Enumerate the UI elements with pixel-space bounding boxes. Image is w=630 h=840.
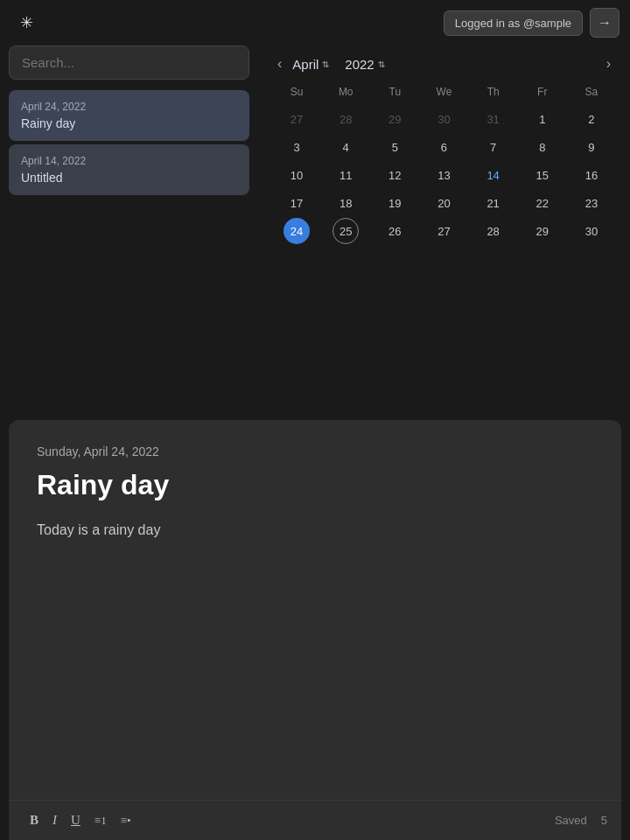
bold-button[interactable]: B xyxy=(23,809,46,831)
table-row[interactable]: 21 xyxy=(480,190,507,216)
table-row[interactable]: 29 xyxy=(529,218,556,244)
table-row[interactable]: 5 xyxy=(382,134,408,160)
entry-date: April 24, 2022 xyxy=(21,101,237,113)
day-header-sa: Sa xyxy=(567,82,616,105)
month-selector[interactable]: April ⇅ xyxy=(292,57,329,72)
table-row[interactable]: 7 xyxy=(480,134,507,160)
table-row[interactable]: 11 xyxy=(332,162,359,188)
ordered-list-button[interactable]: ≡1 xyxy=(88,810,114,831)
table-row[interactable]: 30 xyxy=(578,218,605,244)
month-label: April xyxy=(292,57,318,72)
table-row[interactable]: 25 xyxy=(332,218,359,244)
table-row[interactable]: 28 xyxy=(480,218,507,244)
year-chevron-icon: ⇅ xyxy=(378,60,385,69)
char-count: 5 xyxy=(601,814,607,827)
table-row[interactable]: 8 xyxy=(529,134,556,160)
header: ✳ Logged in as @sample → xyxy=(0,0,630,46)
day-header-tu: Tu xyxy=(370,82,419,105)
calendar-week-2: 3 4 5 6 7 8 9 xyxy=(272,133,616,161)
month-chevron-icon: ⇅ xyxy=(322,60,329,69)
editor-entry-date: Sunday, April 24, 2022 xyxy=(37,444,593,458)
table-row[interactable]: 4 xyxy=(332,134,359,160)
calendar-week-3: 10 11 12 13 14 15 16 xyxy=(272,161,616,189)
table-row[interactable]: 10 xyxy=(284,162,310,188)
table-row[interactable]: 20 xyxy=(430,190,457,216)
table-row[interactable]: 23 xyxy=(578,190,605,216)
day-header-fr: Fr xyxy=(518,82,567,105)
search-input[interactable] xyxy=(9,46,249,80)
table-row[interactable]: 18 xyxy=(332,190,359,216)
table-row[interactable]: 1 xyxy=(529,106,556,132)
editor-content: Sunday, April 24, 2022 Rainy day Today i… xyxy=(9,420,621,800)
table-row[interactable]: 2 xyxy=(578,106,605,132)
saved-label: Saved xyxy=(555,814,587,827)
table-row[interactable]: 22 xyxy=(529,190,556,216)
day-header-th: Th xyxy=(469,82,518,105)
list-item[interactable]: April 24, 2022 Rainy day xyxy=(9,90,249,141)
calendar-day-headers: Su Mo Tu We Th Fr Sa xyxy=(272,82,616,105)
entry-date: April 14, 2022 xyxy=(21,155,237,167)
logo-icon[interactable]: ✳ xyxy=(10,7,42,38)
year-selector[interactable]: 2022 ⇅ xyxy=(345,57,384,72)
editor-body[interactable]: Today is a rainy day xyxy=(37,519,593,542)
calendar-week-4: 17 18 19 20 21 22 23 xyxy=(272,189,616,217)
underline-button[interactable]: U xyxy=(64,809,88,831)
table-row[interactable]: 16 xyxy=(578,162,605,188)
table-row[interactable]: 29 xyxy=(382,106,408,132)
table-row[interactable]: 24 xyxy=(284,218,310,244)
calendar-grid: Su Mo Tu We Th Fr Sa 27 28 29 30 31 1 2 … xyxy=(272,82,616,245)
table-row[interactable]: 28 xyxy=(332,106,359,132)
table-row[interactable]: 3 xyxy=(284,134,310,160)
table-row[interactable]: 19 xyxy=(382,190,408,216)
next-month-button[interactable]: › xyxy=(601,54,616,74)
calendar-header: ‹ April ⇅ 2022 ⇅ › xyxy=(272,54,616,74)
table-row[interactable]: 6 xyxy=(430,134,457,160)
calendar-week-1: 27 28 29 30 31 1 2 xyxy=(272,105,616,133)
table-row[interactable]: 14 xyxy=(480,162,507,188)
editor-title[interactable]: Rainy day xyxy=(37,469,593,501)
editor-toolbar: B I U ≡1 ≡• Saved 5 xyxy=(9,800,621,840)
list-item[interactable]: April 14, 2022 Untitled xyxy=(9,144,249,195)
table-row[interactable]: 27 xyxy=(430,218,457,244)
entry-list: April 24, 2022 Rainy day April 14, 2022 … xyxy=(9,90,249,195)
year-label: 2022 xyxy=(345,57,374,72)
entry-title: Rainy day xyxy=(21,116,237,130)
unordered-list-button[interactable]: ≡• xyxy=(114,810,138,831)
table-row[interactable]: 12 xyxy=(382,162,408,188)
logged-in-badge: Logged in as @sample xyxy=(444,10,583,36)
prev-month-button[interactable]: ‹ xyxy=(272,54,287,74)
logout-button[interactable]: → xyxy=(590,8,620,38)
day-header-we: We xyxy=(419,82,468,105)
table-row[interactable]: 27 xyxy=(284,106,310,132)
day-header-mo: Mo xyxy=(321,82,370,105)
header-right: Logged in as @sample → xyxy=(444,8,620,38)
entry-title: Untitled xyxy=(21,171,237,185)
day-header-su: Su xyxy=(272,82,321,105)
table-row[interactable]: 15 xyxy=(529,162,556,188)
table-row[interactable]: 31 xyxy=(480,106,507,132)
calendar-week-5: 24 25 26 27 28 29 30 xyxy=(272,217,616,245)
italic-button[interactable]: I xyxy=(46,809,64,831)
table-row[interactable]: 26 xyxy=(382,218,408,244)
table-row[interactable]: 9 xyxy=(578,134,605,160)
editor-area: Sunday, April 24, 2022 Rainy day Today i… xyxy=(9,420,621,840)
table-row[interactable]: 30 xyxy=(430,106,457,132)
table-row[interactable]: 17 xyxy=(284,190,310,216)
table-row[interactable]: 13 xyxy=(430,162,457,188)
